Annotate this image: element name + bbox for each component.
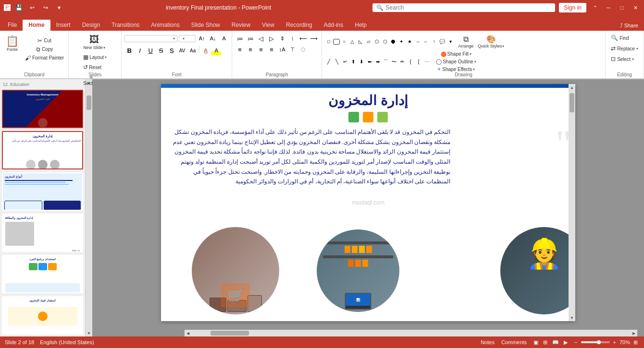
star4-icon[interactable]: ✦ (397, 38, 405, 45)
line-icon[interactable]: ╱ (325, 59, 333, 65)
increase-font-button[interactable]: A↑ (197, 34, 207, 43)
pentagon-icon[interactable]: ⬠ (373, 38, 381, 45)
rarrow2-icon[interactable]: ➡ (374, 59, 382, 65)
select-button[interactable]: ⊡ Select ▾ (609, 55, 635, 63)
search-input[interactable] (385, 4, 551, 11)
share-button[interactable]: ⤴ Share (616, 21, 642, 31)
underline-button[interactable]: U (146, 46, 155, 55)
scribble-icon[interactable]: ✏ (398, 59, 406, 65)
align-center-button[interactable]: ≡ (246, 45, 255, 54)
slide-thumb-1[interactable]: Inventory Management إدارة المخزون (2, 90, 83, 128)
ribbon-collapse-button[interactable]: ⌃ (590, 3, 600, 12)
tab-file[interactable]: File (2, 20, 23, 31)
format-painter-button[interactable]: 🖌 Format Painter (24, 54, 65, 62)
bent-arrow-icon[interactable]: ↵ (341, 59, 349, 65)
columns-button[interactable]: ⫶ (288, 34, 297, 43)
right-scroll-down[interactable]: ▼ (569, 314, 575, 321)
right-scroll-thumb[interactable] (570, 93, 574, 112)
h-scroll-left-button[interactable]: ◀ (185, 330, 191, 336)
reset-button[interactable]: ↺ Reset (82, 63, 103, 72)
uarrow-icon[interactable]: ⬆ (349, 59, 357, 65)
tab-view[interactable]: View (256, 20, 280, 31)
tab-transitions[interactable]: Transitions (106, 20, 145, 31)
slide-show-button[interactable]: ▶ (562, 338, 569, 347)
indent-decrease-button[interactable]: ◁ (256, 34, 266, 43)
line-spacing-button[interactable]: ⇕ (277, 34, 287, 43)
fit-to-window-button[interactable]: ⊞ (632, 338, 639, 347)
slide-thumb-3[interactable]: أنواع المخزون (2, 172, 83, 211)
larrow-icon[interactable]: ⬅ (366, 59, 373, 65)
redo-button[interactable]: ↪ (40, 2, 51, 13)
text-shadow-button[interactable]: S (167, 46, 176, 55)
clear-format-button[interactable]: A (219, 34, 229, 43)
arrange-button[interactable]: ⧉ Arrange (457, 34, 475, 49)
text-direction-button[interactable]: ↕A (277, 45, 287, 54)
hexagon-icon[interactable]: ⬡ (381, 38, 389, 45)
justify-button[interactable]: ≡ (267, 45, 276, 54)
bold-button[interactable]: B (124, 46, 134, 55)
decrease-font-button[interactable]: A↓ (208, 34, 218, 43)
close-button[interactable]: ✕ (631, 3, 640, 12)
arrow-up-icon[interactable]: ↑ (430, 38, 438, 45)
shape-fill-button[interactable]: ⬤ Shape Fill ▾ (435, 50, 477, 58)
minimize-button[interactable]: ─ (604, 3, 613, 12)
shape-outline-button[interactable]: ◯ Shape Outline ▾ (435, 58, 477, 65)
cut-button[interactable]: ✂ Cut (24, 37, 65, 45)
search-bar[interactable]: 🔍 (372, 3, 555, 12)
convert-to-smartart-button[interactable]: ⬡ (298, 45, 308, 54)
tab-insert[interactable]: Insert (50, 20, 76, 31)
bullets-button[interactable]: ≔ (235, 34, 245, 43)
sign-in-button[interactable]: Sign in (559, 3, 586, 12)
octagon-icon[interactable]: ⯃ (389, 38, 397, 45)
tab-animations[interactable]: Animations (145, 20, 185, 31)
zoom-out-button[interactable]: − (573, 338, 579, 347)
zoom-in-button[interactable]: + (612, 338, 618, 347)
slide-thumb-5[interactable]: استخدام برنامج الجرد (2, 255, 83, 293)
rtl-button[interactable]: ⟵ (298, 34, 308, 43)
scroll-down-button[interactable]: ▼ (86, 330, 92, 336)
comments-button[interactable]: Comments (500, 338, 528, 347)
save-button[interactable]: 💾 (13, 2, 24, 13)
brace-icon[interactable]: { (407, 59, 414, 65)
customize-qa-button[interactable]: ▾ (54, 2, 64, 13)
maximize-button[interactable]: □ (617, 3, 627, 12)
tab-review[interactable]: Review (226, 20, 256, 31)
triangle-icon[interactable]: △ (348, 38, 356, 45)
curved-icon[interactable]: ⌒ (382, 59, 390, 65)
shapes-more-icon[interactable]: ▾ (446, 38, 454, 45)
right-triangle-icon[interactable]: ◺ (357, 38, 364, 45)
undo-button[interactable]: ↩ (27, 2, 37, 13)
numbering-button[interactable]: ≔ (246, 34, 255, 43)
h-scroll-right-button[interactable]: ▶ (631, 330, 637, 336)
font-color-button[interactable]: A (201, 46, 211, 55)
slide-thumb-2[interactable]: إدارة المخزون التحكم في المخزون قد لا يل… (2, 131, 83, 169)
indent-increase-button[interactable]: ▷ (267, 34, 276, 43)
arrow-right-icon[interactable]: → (414, 38, 421, 45)
quick-styles-button[interactable]: 🎨 Quick Styles ▾ (476, 34, 506, 49)
line2-icon[interactable]: ╲ (333, 59, 341, 65)
h-scroll-thumb[interactable] (211, 331, 249, 336)
star5-icon[interactable]: ★ (406, 38, 413, 45)
find-button[interactable]: 🔍 Find (609, 34, 630, 42)
rounded-rect-icon[interactable] (333, 39, 340, 45)
reading-view-button[interactable]: 📖 (551, 338, 560, 347)
spacing-button[interactable]: AV (177, 46, 187, 55)
notes-button[interactable]: Notes (479, 338, 496, 347)
replace-button[interactable]: ⇄ Replace ▾ (609, 44, 640, 53)
tab-recording[interactable]: Recording (280, 20, 318, 31)
main-slide[interactable]: " إدارة المخزون التحكم في المخزون قد لا … (161, 84, 575, 321)
change-case-button[interactable]: Aa (188, 46, 198, 55)
right-scroll-up[interactable]: ▲ (569, 84, 575, 91)
align-right-button[interactable]: ≡ (256, 45, 266, 54)
tab-slideshow[interactable]: Slide Show (186, 20, 226, 31)
align-left-button[interactable]: ≡ (235, 45, 245, 54)
slide-thumb-4[interactable]: إدارة المخزون والبطاقة نص تفصيلي (2, 214, 83, 252)
callout-icon[interactable]: 💬 (438, 38, 446, 45)
tab-help[interactable]: Help (349, 20, 372, 31)
rectangle-icon[interactable]: □ (325, 38, 333, 45)
bracket-icon[interactable]: [ (415, 59, 422, 65)
paste-button[interactable]: 📋 Paste (3, 35, 22, 53)
freeform-icon[interactable]: 〜 (390, 59, 398, 65)
normal-view-button[interactable]: ▣ (532, 338, 540, 347)
strikethrough-button[interactable]: S (156, 46, 166, 55)
